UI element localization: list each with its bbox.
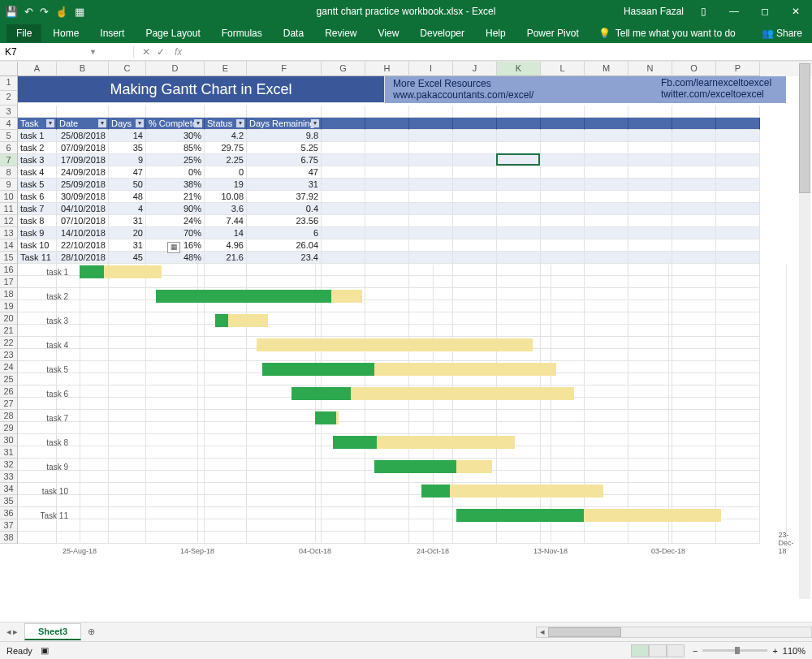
row-header-4[interactable]: 4 [0, 118, 18, 130]
cell-K14[interactable] [497, 239, 541, 252]
row-header-14[interactable]: 14 [0, 239, 18, 252]
select-all-triangle[interactable] [0, 62, 18, 76]
cell-P5[interactable] [716, 130, 760, 142]
page-break-view-button[interactable] [667, 644, 685, 657]
cell-H5[interactable] [365, 130, 409, 142]
ribbon-tab-formulas[interactable]: Formulas [212, 24, 272, 42]
row-header-25[interactable]: 25 [0, 373, 18, 385]
cell-L9[interactable] [541, 179, 585, 191]
col-header-D[interactable]: D [146, 62, 205, 76]
cell-M5[interactable] [585, 130, 628, 142]
cell-J11[interactable] [453, 203, 497, 215]
cell-D15[interactable]: 48% [146, 252, 205, 264]
cell-A10[interactable]: task 6 [18, 191, 57, 203]
cell-D9[interactable]: 38% [146, 179, 205, 191]
row-header-15[interactable]: 15 [0, 252, 18, 264]
cell-C14[interactable]: 31 [109, 239, 146, 252]
tab-scroll-left-icon[interactable]: ◂ [6, 627, 11, 637]
cell-F10[interactable]: 37.92 [247, 191, 322, 203]
cell-N4[interactable] [628, 118, 672, 130]
cell-B10[interactable]: 30/09/2018 [57, 191, 109, 203]
gantt-bar[interactable] [262, 363, 557, 376]
cell-I14[interactable] [409, 239, 453, 252]
cell-J12[interactable] [453, 215, 497, 227]
cell-K13[interactable] [497, 227, 541, 239]
page-layout-view-button[interactable] [649, 644, 667, 657]
cell-E5[interactable]: 4.2 [205, 130, 247, 142]
cell-M9[interactable] [585, 179, 628, 191]
cell-J15[interactable] [453, 252, 497, 264]
cell-K8[interactable] [497, 166, 541, 179]
cell-K12[interactable] [497, 215, 541, 227]
cell-B15[interactable]: 28/10/2018 [57, 252, 109, 264]
table-icon[interactable]: ▦ [75, 6, 84, 18]
col-header-K[interactable]: K [497, 62, 541, 76]
cell-I10[interactable] [409, 191, 453, 203]
cell-E8[interactable]: 0 [205, 166, 247, 179]
enter-formula-icon[interactable]: ✓ [157, 46, 165, 58]
cell-J8[interactable] [453, 166, 497, 179]
row-header-18[interactable]: 18 [0, 288, 18, 300]
cell-J14[interactable] [453, 239, 497, 252]
cell-M11[interactable] [585, 203, 628, 215]
cell-N9[interactable] [628, 179, 672, 191]
filter-dropdown-icon[interactable]: ▾ [311, 119, 319, 127]
col-header-H[interactable]: H [365, 62, 409, 76]
cell-P7[interactable] [716, 154, 760, 166]
cell-K10[interactable] [497, 191, 541, 203]
cell-L6[interactable] [541, 142, 585, 154]
filter-dropdown-icon[interactable]: ▾ [46, 119, 54, 127]
cell-H11[interactable] [365, 203, 409, 215]
row-header-23[interactable]: 23 [0, 349, 18, 361]
cell-G12[interactable] [322, 215, 365, 227]
col-header-N[interactable]: N [628, 62, 672, 76]
ribbon-tab-home[interactable]: Home [43, 24, 89, 42]
col-header-I[interactable]: I [409, 62, 453, 76]
cell-O4[interactable] [672, 118, 716, 130]
cell-O10[interactable] [672, 191, 716, 203]
filter-dropdown-icon[interactable]: ▾ [136, 119, 144, 127]
ribbon-tab-data[interactable]: Data [274, 24, 313, 42]
cell-F9[interactable]: 31 [247, 179, 322, 191]
row-header-33[interactable]: 33 [0, 471, 18, 483]
cell-A14[interactable]: task 10 [18, 239, 57, 252]
sheet-title[interactable]: Making Gantt Chart in Excel [18, 76, 385, 103]
new-sheet-button[interactable]: ⊕ [81, 624, 102, 640]
cell-I3[interactable] [409, 106, 453, 118]
ribbon-display-icon[interactable]: ▯ [692, 6, 715, 17]
cell-H4[interactable] [365, 118, 409, 130]
cell-H7[interactable] [365, 154, 409, 166]
col-header-B[interactable]: B [57, 62, 109, 76]
row-header-5[interactable]: 5 [0, 130, 18, 142]
cell-H12[interactable] [365, 215, 409, 227]
cell-K5[interactable] [497, 130, 541, 142]
cell-P4[interactable] [716, 118, 760, 130]
row-header-21[interactable]: 21 [0, 325, 18, 337]
cell-N15[interactable] [628, 252, 672, 264]
cell-C12[interactable]: 31 [109, 215, 146, 227]
horizontal-scrollbar[interactable]: ◂ [536, 627, 812, 638]
cell-L3[interactable] [541, 106, 585, 118]
cell-P14[interactable] [716, 239, 760, 252]
cell-D13[interactable]: 70% [146, 227, 205, 239]
row-header-20[interactable]: 20 [0, 312, 18, 325]
redo-icon[interactable]: ↷ [40, 6, 49, 18]
cell-I12[interactable] [409, 215, 453, 227]
filter-dropdown-icon[interactable]: ▾ [194, 119, 202, 127]
cell-A7[interactable]: task 3 [18, 154, 57, 166]
cell-C10[interactable]: 48 [109, 191, 146, 203]
row-header-8[interactable]: 8 [0, 166, 18, 179]
cell-P12[interactable] [716, 215, 760, 227]
gantt-bar[interactable] [156, 290, 362, 303]
zoom-out-icon[interactable]: − [693, 646, 698, 656]
cell-B12[interactable]: 07/10/2018 [57, 215, 109, 227]
row-header-34[interactable]: 34 [0, 483, 18, 495]
cell-I13[interactable] [409, 227, 453, 239]
cell-C9[interactable]: 50 [109, 179, 146, 191]
row-header-7[interactable]: 7 [0, 154, 18, 166]
row-header-10[interactable]: 10 [0, 191, 18, 203]
close-icon[interactable]: ✕ [784, 6, 807, 17]
name-box[interactable]: ▼ [0, 46, 134, 58]
worksheet-area[interactable]: ABCDEFGHIJKLMNOP 12345678910111213141516… [0, 61, 812, 618]
row-header-35[interactable]: 35 [0, 495, 18, 507]
